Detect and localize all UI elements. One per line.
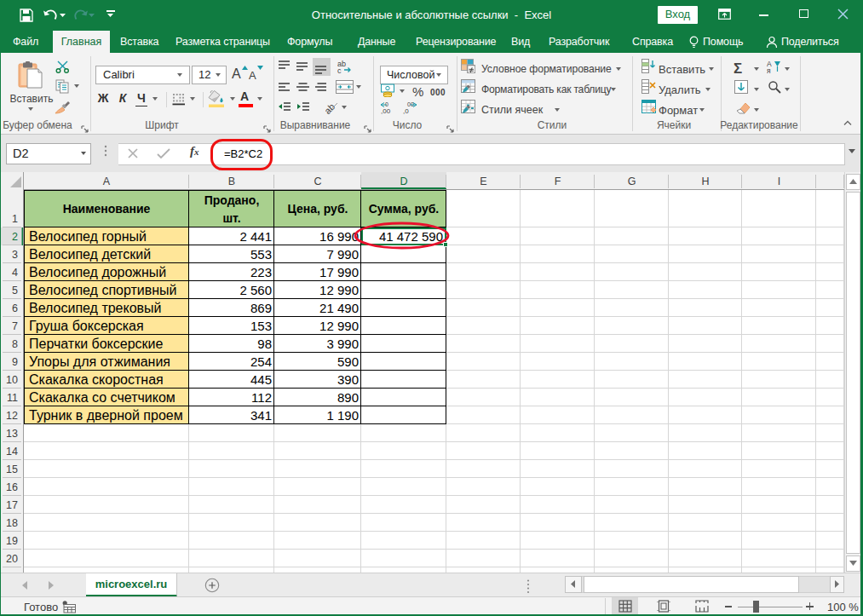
svg-text:F: F <box>555 176 561 187</box>
svg-text:7: 7 <box>12 320 18 332</box>
svg-text:4: 4 <box>12 267 18 279</box>
svg-text:B: B <box>228 176 235 187</box>
svg-text:112: 112 <box>251 390 272 405</box>
svg-text:1: 1 <box>12 213 18 225</box>
svg-text:H: H <box>701 176 709 187</box>
svg-text:Сумма, руб.: Сумма, руб. <box>369 202 440 216</box>
svg-text:D: D <box>400 176 407 187</box>
svg-text:13: 13 <box>6 428 18 440</box>
svg-text:17: 17 <box>6 499 18 511</box>
svg-text:890: 890 <box>337 390 359 405</box>
svg-text:17 990: 17 990 <box>319 265 359 279</box>
svg-text:153: 153 <box>250 319 272 333</box>
svg-text:12 990: 12 990 <box>319 283 359 297</box>
svg-text:,00: ,00 <box>381 107 391 115</box>
svg-text:18: 18 <box>6 517 18 529</box>
svg-text:390: 390 <box>337 372 359 387</box>
svg-text:Наименование: Наименование <box>63 202 151 216</box>
svg-text:Перчатки боксерские: Перчатки боксерские <box>29 337 164 351</box>
svg-text:Турник в дверной проем: Турник в дверной проем <box>29 408 183 423</box>
svg-text:20: 20 <box>6 553 18 565</box>
svg-text:12 990: 12 990 <box>319 319 359 333</box>
svg-text:Велосипед детский: Велосипед детский <box>29 247 151 262</box>
svg-text:16 990: 16 990 <box>319 229 359 244</box>
svg-text:553: 553 <box>250 247 272 262</box>
svg-text:E: E <box>480 176 486 187</box>
svg-text:254: 254 <box>250 354 272 369</box>
svg-text:14: 14 <box>6 446 18 458</box>
svg-text:6: 6 <box>12 302 18 314</box>
svg-text:341: 341 <box>250 408 272 423</box>
svg-text:C: C <box>314 176 321 187</box>
svg-text:869: 869 <box>250 301 272 315</box>
svg-text:445: 445 <box>250 372 272 387</box>
svg-text:Велосипед дорожный: Велосипед дорожный <box>29 265 166 279</box>
svg-text:7 990: 7 990 <box>326 247 359 262</box>
svg-text:98: 98 <box>257 337 272 351</box>
svg-text:15: 15 <box>6 463 18 475</box>
svg-text:Груша боксерская: Груша боксерская <box>29 319 144 333</box>
svg-text:Цена, руб.: Цена, руб. <box>288 202 348 216</box>
svg-text:Велосипед трековый: Велосипед трековый <box>29 301 162 315</box>
svg-text:21 490: 21 490 <box>319 301 359 315</box>
svg-text:10: 10 <box>6 374 18 386</box>
svg-text:ab: ab <box>325 101 337 115</box>
svg-text:5: 5 <box>12 285 18 296</box>
svg-text:Скакалка со счетчиком: Скакалка со счетчиком <box>29 390 175 405</box>
svg-text:Продано,: Продано, <box>204 193 260 207</box>
svg-text:Велосипед горный: Велосипед горный <box>29 229 147 244</box>
svg-text:Велосипед спортивный: Велосипед спортивный <box>29 283 177 297</box>
svg-text:41 472 590: 41 472 590 <box>379 229 443 244</box>
svg-text:11: 11 <box>7 392 18 404</box>
svg-text:223: 223 <box>250 265 272 279</box>
svg-text:590: 590 <box>337 354 359 369</box>
svg-text:2 441: 2 441 <box>239 229 272 244</box>
svg-text:19: 19 <box>6 535 18 547</box>
svg-text:c: c <box>337 66 342 73</box>
svg-text:я: я <box>767 66 771 74</box>
svg-text:9: 9 <box>12 356 18 368</box>
svg-text:I: I <box>778 176 780 187</box>
svg-text:2 560: 2 560 <box>239 283 272 297</box>
svg-text:1 190: 1 190 <box>326 408 359 423</box>
svg-text:,0: ,0 <box>403 107 409 115</box>
svg-text:A: A <box>103 176 111 187</box>
svg-text:3: 3 <box>12 249 18 261</box>
svg-text:G: G <box>628 176 636 187</box>
svg-text:3 990: 3 990 <box>326 337 359 351</box>
svg-text:2: 2 <box>12 231 18 243</box>
svg-text:шт.: шт. <box>222 211 240 225</box>
svg-text:8: 8 <box>12 338 18 350</box>
svg-text:Упоры для отжимания: Упоры для отжимания <box>29 354 170 369</box>
svg-text:16: 16 <box>6 481 18 493</box>
svg-text:Скакалка скоростная: Скакалка скоростная <box>29 372 164 387</box>
svg-text:12: 12 <box>6 410 18 422</box>
